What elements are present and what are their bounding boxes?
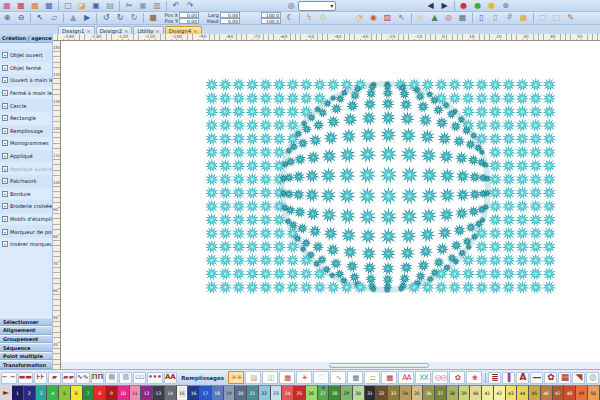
sidebar-panel-groupement[interactable]: Groupement <box>0 335 52 344</box>
sidebar-tool-marqueur-de-point-de-b-tissage[interactable]: ✶Marqueur de point de bâtissage <box>0 225 52 238</box>
thread-color-8[interactable]: 8 <box>94 385 106 400</box>
thread-color-34[interactable]: 34 <box>400 385 412 400</box>
thread-color-6[interactable]: 6 <box>71 385 83 400</box>
red-ball-icon[interactable]: ● <box>457 0 470 11</box>
target-icon[interactable]: ◎ <box>442 13 455 24</box>
thread-color-32[interactable]: 32 <box>376 385 388 400</box>
tool-flower-icon[interactable]: ✿ <box>544 372 557 384</box>
stitch-zigzag-icon[interactable]: ∿∿ <box>76 372 90 384</box>
thread-color-25[interactable]: 25 <box>294 385 306 400</box>
fill-xx-teal-swatch[interactable]: XX <box>415 371 431 384</box>
moon-icon[interactable]: ☾ <box>284 13 297 24</box>
stitch-tatami-icon[interactable]: ▤ <box>105 372 118 384</box>
cut-icon[interactable]: ✂ <box>123 0 136 11</box>
tool-weave-icon[interactable]: ≣ <box>488 372 501 384</box>
thread-color-40[interactable]: 40 <box>470 385 482 400</box>
thread-color-36[interactable]: 36 <box>423 385 435 400</box>
thread-color-9[interactable]: 9 <box>106 385 118 400</box>
thread-color-35[interactable]: 35 <box>412 385 424 400</box>
thread-color-13[interactable]: 13 <box>153 385 165 400</box>
field-value-input[interactable]: 0.00 <box>179 18 199 24</box>
thread-color-42[interactable]: 42 <box>494 385 506 400</box>
thread-color-31[interactable]: 31 <box>365 385 377 400</box>
field-value-input[interactable]: 0.00 <box>220 18 240 24</box>
print-icon[interactable]: ▤ <box>104 0 117 11</box>
thread-color-14[interactable]: 14 <box>165 385 177 400</box>
sidebar-panel-transformation[interactable]: Transformation <box>0 360 52 369</box>
blank-box-2-icon[interactable]: □ <box>550 13 563 24</box>
stitch-running-icon[interactable]: − − <box>1 372 17 384</box>
field-value-input[interactable]: 0.00 <box>220 12 240 18</box>
thread-color-47[interactable]: 47 <box>553 385 565 400</box>
design-canvas[interactable] <box>61 41 600 369</box>
blank-box-1-icon[interactable]: □ <box>536 13 549 24</box>
rotate-cw-icon[interactable]: ↻ <box>114 13 127 24</box>
thread-color-18[interactable]: 18 <box>212 385 224 400</box>
thread-color-24[interactable]: 24 <box>282 385 294 400</box>
horizontal-scrollbar-thumb[interactable] <box>329 363 429 368</box>
stitch-back-icon[interactable]: ▬▬ <box>18 372 33 384</box>
thread-color-26[interactable]: 26 <box>306 385 318 400</box>
thread-color-17[interactable]: 17 <box>200 385 212 400</box>
motif-library-pink-icon[interactable]: ▦ <box>1 0 14 11</box>
fill-stars-orange-swatch[interactable]: ✳✳ <box>228 371 244 384</box>
reshape-icon[interactable]: ▱ <box>48 13 61 24</box>
sidebar-tool-bordure[interactable]: ✶Bordure <box>0 188 52 201</box>
flip-vertical-icon[interactable]: ▲ <box>67 13 80 24</box>
sidebar-tool-rectangle[interactable]: ✶Rectangle <box>0 112 52 125</box>
sidebar-tool-objet-ouvert[interactable]: ✶Objet ouvert <box>0 49 52 62</box>
sidebar-tool-ferm-main-lev-e[interactable]: ✶Fermé à main levée <box>0 87 52 100</box>
fill-pages-swatch[interactable]: ▯▯ <box>262 371 278 384</box>
sidebar-panel-alignement[interactable]: Alignement <box>0 326 52 335</box>
thread-color-49[interactable]: 49 <box>576 385 588 400</box>
thread-color-43[interactable]: 43 <box>506 385 518 400</box>
star-motif-icon[interactable]: ☆ <box>414 13 427 24</box>
rotate-angle-icon[interactable]: ↻ <box>128 13 141 24</box>
scale-tool-icon[interactable]: ■ <box>147 13 160 24</box>
scenery-icon[interactable]: ▲ <box>428 13 441 24</box>
thread-color-33[interactable]: 33 <box>388 385 400 400</box>
new-design-icon[interactable]: ▢ <box>62 0 75 11</box>
thread-color-2[interactable]: 2 <box>24 385 36 400</box>
thread-color-16[interactable]: 16 <box>188 385 200 400</box>
star-outline-icon[interactable]: ✩ <box>317 13 330 24</box>
stitch-letters-icon[interactable]: AA <box>164 372 177 384</box>
thread-color-4[interactable]: 4 <box>47 385 59 400</box>
copy-icon[interactable]: ▣ <box>137 0 150 11</box>
stitch-e-stitch-icon[interactable]: ΠΠ <box>91 372 105 384</box>
sidebar-tool-cercle[interactable]: ✶Cercle <box>0 99 52 112</box>
thread-color-44[interactable]: 44 <box>517 385 529 400</box>
donut-motif-icon[interactable]: ◉ <box>367 13 380 24</box>
table-icon[interactable]: ▦ <box>517 13 530 24</box>
paste-icon[interactable]: ▥ <box>151 0 164 11</box>
lightning-icon[interactable]: ϟ <box>303 13 316 24</box>
tab-close-icon[interactable]: × <box>124 28 128 34</box>
fill-stripes-tan-swatch[interactable]: ▨ <box>245 371 261 384</box>
thread-color-30[interactable]: 30 <box>353 385 365 400</box>
thread-color-20[interactable]: 20 <box>235 385 247 400</box>
sidebar-tool-appliqu-[interactable]: ✶Appliqué <box>0 150 52 163</box>
thread-color-19[interactable]: 19 <box>224 385 236 400</box>
thread-color-15[interactable]: 15 <box>177 385 189 400</box>
thread-color-5[interactable]: 5 <box>59 385 71 400</box>
tab-design2[interactable]: Design2× <box>96 26 133 34</box>
undo-icon[interactable]: ↶ <box>170 0 183 11</box>
thread-color-50[interactable]: 50 <box>588 385 600 400</box>
sidebar-tool-ouvert-main-lev-e[interactable]: ✶Ouvert à main levée <box>0 74 52 87</box>
stitch-dots-icon[interactable]: ••• <box>147 372 162 384</box>
thread-color-46[interactable]: 46 <box>541 385 553 400</box>
fill-flower-red-swatch[interactable]: ✳ <box>296 371 312 384</box>
sidebar-panel-s-quence[interactable]: Séquence <box>0 343 52 352</box>
rotate-ccw-icon[interactable]: ↺ <box>100 13 113 24</box>
fill-waves-swatch[interactable]: ∿ <box>330 371 346 384</box>
sidebar-panel-point-multiple[interactable]: Point multiple <box>0 352 52 361</box>
motif-library-blue-icon[interactable]: ▦ <box>43 0 56 11</box>
thread-color-10[interactable]: 10 <box>118 385 130 400</box>
fill-letters-red-swatch[interactable]: AA <box>398 371 414 384</box>
stitch-satin-icon[interactable]: ▰ <box>48 372 61 384</box>
tab-design4[interactable]: Design4× <box>165 26 202 34</box>
thread-color-7[interactable]: 7 <box>83 385 95 400</box>
palette-scroll-left-button[interactable]: ► <box>0 385 12 400</box>
motif-library-orange-icon[interactable]: ▦ <box>29 0 42 11</box>
thread-color-38[interactable]: 38 <box>447 385 459 400</box>
